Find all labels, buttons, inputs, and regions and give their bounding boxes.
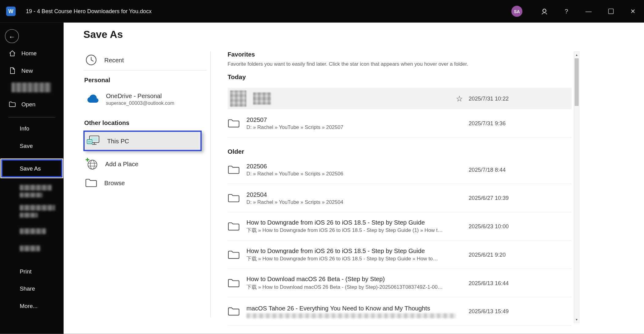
folder-name: macOS Tahoe 26 - Everything You Need to … [246,304,456,311]
section-header-personal: Personal [84,76,206,84]
location-label: OneDrive - Personal [106,92,174,99]
browse-folder-icon [85,178,97,188]
add-place-globe-icon [85,157,98,171]
folder-path: D: » Rachel » YouTube » Scripts » 202507 [246,124,343,130]
row-date: 2025/6/13 16:44 [469,280,509,286]
favorite-star-icon[interactable]: ☆ [456,95,463,103]
folder-row[interactable]: How to Downgrade from iOS 26 to iOS 18.5… [227,240,572,269]
location-onedrive[interactable]: OneDrive - Personal superace_00003@outlo… [83,88,207,110]
folder-icon [227,164,240,175]
sidebar-item-save-as-selected[interactable]: Save As [1,159,62,177]
word-app-icon: W [6,7,16,16]
folder-row[interactable]: How to Download macOS 26 Beta - (Step by… [227,269,572,297]
document-title: 19 - 4 Best Course Hero Downloaders for … [26,8,511,14]
onedrive-email: superace_00003@outlook.com [106,100,174,106]
folder-icon [227,306,240,317]
save-as-page: Save As Recent Personal OneDrive - Perso… [64,23,644,334]
scroll-up-arrow[interactable]: ▲ [574,52,579,58]
group-label-older: Older [227,147,572,156]
maximize-icon [608,9,613,14]
redacted-sidebar-item[interactable] [20,185,52,191]
open-folder-icon [9,101,16,108]
page-title: Save As [83,28,123,40]
sidebar-item-print[interactable]: Print [0,263,64,280]
redacted-file-name [230,90,247,107]
sidebar-item-new[interactable]: New [0,62,64,79]
scrollbar-thumb[interactable] [575,58,579,106]
sidebar-item-label: Save [20,142,33,149]
folder-icon [227,118,240,128]
sidebar-item-more[interactable]: More... [0,297,64,314]
folder-row[interactable]: How to Downgrade from iOS 26 to iOS 18.5… [227,212,572,241]
scroll-down-arrow[interactable]: ▼ [574,317,579,323]
folder-row[interactable]: 202507 D: » Rachel » YouTube » Scripts »… [227,109,572,138]
row-date: 2025/6/13 15:49 [469,308,509,314]
minimize-button[interactable]: — [577,0,600,23]
location-label: This PC [107,137,129,144]
redacted-sidebar-item[interactable] [20,193,43,197]
redacted-sidebar-item[interactable] [20,228,46,234]
folder-row[interactable]: 202504 D: » Rachel » YouTube » Scripts »… [227,184,572,212]
sidebar-divider [8,117,56,117]
sidebar-item-info[interactable]: Info [0,120,64,137]
location-recent[interactable]: Recent [83,50,207,69]
account-avatar[interactable]: SA [511,6,522,17]
redacted-file-name [253,92,271,105]
folder-row[interactable]: macOS Tahoe 26 - Everything You Need to … [227,297,572,326]
clock-icon [85,54,97,66]
scrollbar[interactable]: ▲ ▼ [574,51,580,323]
new-document-icon [9,67,16,74]
this-pc-icon [86,135,100,147]
folder-path: D: » Rachel » YouTube » Scripts » 202504 [246,199,343,205]
pane-divider [210,51,211,317]
location-label: Recent [104,57,124,64]
location-this-pc-selected[interactable]: This PC [83,130,202,151]
scrollbar-track[interactable] [574,58,579,317]
close-button[interactable]: ✕ [622,0,644,23]
folder-icon [227,278,240,288]
redacted-folder-path [246,313,456,318]
location-add-a-place[interactable]: Add a Place [83,154,207,173]
backstage-sidebar: ← Home New Open Info Save [0,23,64,334]
help-button[interactable]: ? [555,0,578,23]
back-button[interactable]: ← [5,29,19,43]
folder-row[interactable]: 202506 D: » Rachel » YouTube » Scripts »… [227,156,572,184]
redacted-sidebar-item[interactable] [20,213,38,218]
group-label-today: Today [227,73,572,81]
folder-row[interactable]: ☆ 2025/7/31 10:22 [227,88,572,109]
folder-icon [227,249,240,260]
folder-name: 202507 [246,116,343,123]
sidebar-item-share[interactable]: Share [0,280,64,297]
row-date: 2025/7/31 10:22 [469,95,509,101]
word-backstage-window: W 19 - 4 Best Course Hero Downloaders fo… [0,0,644,334]
row-date: 2025/6/27 10:39 [469,195,509,201]
folder-path: 下载 » How to Downgrade from iOS 26 to iOS… [246,255,438,262]
sidebar-item-label: Print [20,268,32,275]
onedrive-text: OneDrive - Personal superace_00003@outlo… [106,92,174,106]
favorites-header: Favorites [227,50,572,59]
folder-icon [227,193,240,203]
sidebar-item-label: More... [20,303,38,309]
sidebar-item-label: Home [21,50,37,57]
sidebar-item-label: Save As [20,165,41,172]
sidebar-item-save[interactable]: Save [0,137,64,154]
folder-path: D: » Rachel » YouTube » Scripts » 202506 [246,171,343,177]
sidebar-item-label: New [21,67,33,74]
maximize-button[interactable] [600,0,622,23]
redacted-sidebar-item[interactable] [20,246,40,251]
sidebar-item-label: Open [21,101,35,108]
onedrive-icon [85,94,99,104]
sidebar-item-open[interactable]: Open [0,96,64,113]
sidebar-item-home[interactable]: Home [0,45,64,62]
folder-name: 202506 [246,163,343,170]
section-header-other-locations: Other locations [84,119,206,127]
redacted-sidebar-item[interactable] [20,205,55,211]
row-date: 2025/7/18 8:44 [469,167,506,173]
support-icon[interactable] [533,0,555,23]
folder-list-pane: Favorites Favorite folders you want to e… [227,50,572,334]
row-date: 2025/7/31 9:36 [469,120,506,126]
folder-path: 下载 » How to Download macOS 26 Beta - (St… [246,284,443,291]
folder-name: How to Downgrade from iOS 26 to iOS 18.5… [246,247,438,254]
location-browse[interactable]: Browse [83,173,207,192]
redacted-sidebar-item[interactable] [12,83,51,92]
